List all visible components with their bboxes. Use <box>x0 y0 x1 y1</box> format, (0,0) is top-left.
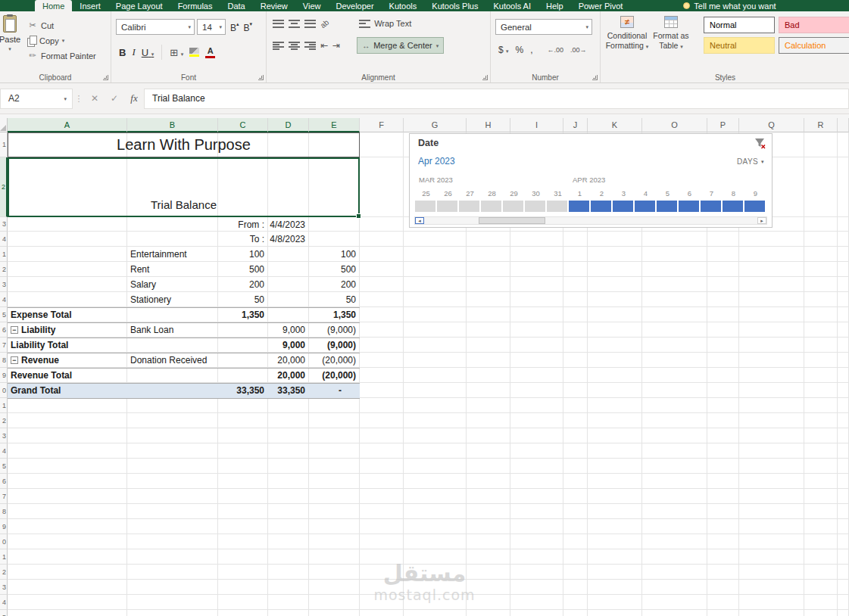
timeline-day-tile-1[interactable] <box>569 201 589 212</box>
column-header-partial[interactable] <box>838 118 849 132</box>
ribbon-tab-kutools-plus[interactable]: Kutools Plus <box>424 0 485 11</box>
style-chip-normal[interactable]: Normal <box>704 17 775 33</box>
row-header[interactable]: 2 <box>0 565 8 580</box>
style-chip-bad[interactable]: Bad <box>779 17 849 33</box>
pivot-cell[interactable]: Expense Total <box>8 307 127 322</box>
column-header-C[interactable]: C <box>218 118 268 132</box>
column-header-G[interactable]: G <box>404 118 467 132</box>
decrease-indent-button[interactable]: ⇤ <box>320 40 328 51</box>
timeline-level-dropdown[interactable]: DAYS ▾ <box>737 157 764 166</box>
cell-subtitle-selected[interactable]: Trial Balance <box>8 157 360 217</box>
pivot-cell[interactable]: 100 <box>309 247 360 262</box>
timeline-day-tile-5[interactable] <box>657 201 677 212</box>
formula-input[interactable]: Trial Balance <box>144 89 849 109</box>
paste-button[interactable]: Paste ▾ <box>0 11 27 82</box>
timeline-day-tile-7[interactable] <box>701 201 721 212</box>
pivot-cell[interactable]: Rent <box>127 262 218 277</box>
pivot-cell[interactable]: 200 <box>309 277 360 292</box>
align-center-button[interactable] <box>289 42 300 50</box>
dialog-launcher-icon[interactable] <box>592 75 598 80</box>
scroll-left-icon[interactable]: ◂ <box>415 217 424 224</box>
cell-to-date[interactable]: 4/8/2023 <box>268 232 309 247</box>
clear-filter-icon[interactable] <box>754 138 766 151</box>
ribbon-tab-developer[interactable]: Developer <box>328 0 381 11</box>
comma-style-button[interactable]: , <box>530 45 532 55</box>
pivot-cell[interactable]: (20,000) <box>309 368 360 383</box>
cell-to-label[interactable]: To : <box>218 232 268 247</box>
pivot-cell[interactable]: Grand Total <box>8 383 127 398</box>
tell-me-box[interactable]: Tell me what you want <box>683 0 776 11</box>
grow-font-button[interactable]: B▴ <box>230 21 239 33</box>
timeline-slicer[interactable]: Date Apr 2023 DAYS ▾ MAR 2023APR 2023 25… <box>409 133 773 228</box>
column-header-F[interactable]: F <box>360 118 404 132</box>
format-as-table-button[interactable]: Format as Table ▾ <box>649 11 693 82</box>
timeline-day-tile-6[interactable] <box>679 201 699 212</box>
row-header[interactable]: 5 <box>0 307 8 322</box>
cancel-entry-button[interactable]: ✕ <box>85 93 105 104</box>
row-header[interactable]: 1 <box>0 549 8 565</box>
pivot-cell[interactable]: Entertainment <box>127 247 218 262</box>
pivot-cell[interactable]: −Liability <box>8 322 127 338</box>
insert-function-button[interactable]: fx <box>124 92 144 104</box>
row-header[interactable]: 4 <box>0 443 8 459</box>
pivot-cell[interactable]: 1,350 <box>309 307 360 322</box>
pivot-cell[interactable]: Donation Received <box>127 353 218 368</box>
scroll-right-icon[interactable]: ▸ <box>757 217 766 224</box>
pivot-cell[interactable]: 33,350 <box>268 383 309 398</box>
column-header-D[interactable]: D <box>268 118 309 132</box>
column-header-A[interactable]: A <box>8 118 127 132</box>
align-left-button[interactable] <box>273 42 284 50</box>
pivot-cell[interactable]: 9,000 <box>268 338 309 353</box>
row-header[interactable]: 5 <box>0 610 8 616</box>
timeline-day-tile-28[interactable] <box>481 201 501 212</box>
font-size-select[interactable]: 14 ▾ <box>197 19 226 35</box>
column-header-O[interactable]: O <box>642 118 707 132</box>
number-format-select[interactable]: General ▾ <box>495 19 592 35</box>
timeline-day-tile-30[interactable] <box>525 201 545 212</box>
row-header[interactable]: 8 <box>0 353 8 368</box>
column-header-I[interactable]: I <box>510 118 563 132</box>
align-top-button[interactable] <box>273 20 284 28</box>
currency-button[interactable]: $ ▾ <box>498 45 509 55</box>
copy-button[interactable]: Copy ▾ <box>27 36 96 45</box>
pivot-cell[interactable]: 9,000 <box>268 322 309 338</box>
row-header[interactable]: 5 <box>0 459 8 474</box>
ribbon-tab-home[interactable]: Home <box>35 0 72 11</box>
underline-button[interactable]: U ▾ <box>142 47 155 58</box>
row-header[interactable]: 6 <box>0 322 8 338</box>
row-header[interactable]: 8 <box>0 504 8 519</box>
pivot-cell[interactable]: 33,350 <box>218 383 268 398</box>
ribbon-tab-insert[interactable]: Insert <box>72 0 108 11</box>
column-header-R[interactable]: R <box>804 118 838 132</box>
row-header[interactable]: 0 <box>0 534 8 549</box>
font-family-select[interactable]: Calibri ▾ <box>116 19 195 35</box>
align-middle-button[interactable] <box>289 20 300 28</box>
increase-indent-button[interactable]: ⇥ <box>332 40 340 51</box>
ribbon-tab-page-layout[interactable]: Page Layout <box>108 0 170 11</box>
row-header[interactable]: 7 <box>0 489 8 504</box>
name-box[interactable]: A2 ▾ <box>0 89 73 109</box>
dialog-launcher-icon[interactable] <box>482 75 488 80</box>
row-header[interactable]: 1 <box>0 132 8 157</box>
pivot-cell[interactable]: Revenue Total <box>8 368 127 383</box>
timeline-scrollbar[interactable]: ◂ ▸ <box>414 216 767 225</box>
pivot-cell[interactable]: 100 <box>218 247 268 262</box>
column-header-J[interactable]: J <box>563 118 588 132</box>
pivot-cell[interactable]: 200 <box>218 277 268 292</box>
format-painter-button[interactable]: ✏ Format Painter <box>27 51 96 61</box>
timeline-day-tile-2[interactable] <box>591 201 611 212</box>
decrease-decimal-button[interactable]: .00→ <box>570 46 587 54</box>
confirm-entry-button[interactable]: ✓ <box>105 93 124 104</box>
collapse-icon[interactable]: − <box>11 326 18 334</box>
row-header[interactable]: 2 <box>0 262 8 277</box>
ribbon-tab-kutools-ai[interactable]: Kutools AI <box>485 0 538 11</box>
sheet-grid[interactable]: Learn With Purpose Trial Balance From : … <box>0 132 849 616</box>
ribbon-tab-view[interactable]: View <box>295 0 329 11</box>
row-header[interactable]: 3 <box>0 217 8 232</box>
timeline-day-tile-4[interactable] <box>635 201 655 212</box>
row-header[interactable]: 1 <box>0 398 8 413</box>
timeline-day-tile-27[interactable] <box>459 201 479 212</box>
align-bottom-button[interactable] <box>304 20 316 28</box>
row-header[interactable]: 4 <box>0 232 8 247</box>
timeline-day-tile-31[interactable] <box>547 201 567 212</box>
